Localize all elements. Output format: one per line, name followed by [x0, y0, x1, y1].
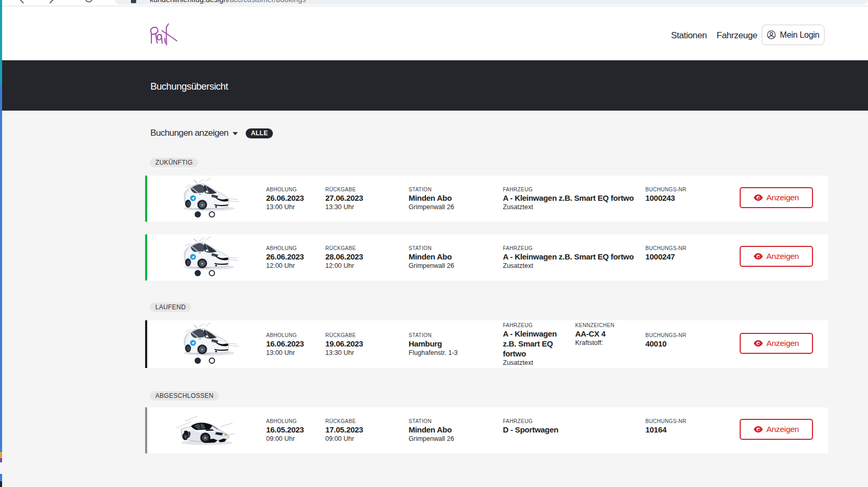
- eye-icon: [754, 340, 763, 347]
- stripe-segment: [0, 481, 2, 487]
- vehicle-cell: FAHRZEUG A - Kleinwagen z.B. Smart EQ fo…: [503, 322, 566, 367]
- nav-stationen[interactable]: Stationen: [671, 30, 707, 41]
- booking-section: ZUKÜNFTIG ABHOLUNG 26: [145, 139, 828, 280]
- vehicle-photo-sportscar: [168, 407, 242, 453]
- browser-back-icon[interactable]: [17, 0, 27, 5]
- vehicle-value: A - Kleinwagen z.B. Smart EQ fortwo: [503, 252, 645, 262]
- carousel-dot-active[interactable]: [195, 270, 201, 276]
- mein-login-button[interactable]: Mein Login: [762, 25, 825, 45]
- bookings-content: Buchungen anzeigen ALLE ZUKÜNFTIG: [145, 111, 828, 453]
- return-value: 17.05.2023: [325, 425, 404, 435]
- pickup-cell: ABHOLUNG 16.05.2023 09:00 Uhr: [266, 418, 324, 443]
- booking-number-value: 40010: [645, 338, 734, 348]
- logo-rent-scribble[interactable]: [148, 22, 178, 46]
- station-value: Hamburg: [409, 338, 498, 348]
- pickup-subtext: 09:00 Uhr: [266, 435, 324, 443]
- booking-number-label: BUCHUNGS-NR: [645, 418, 734, 425]
- return-subtext: 12:00 Uhr: [325, 262, 404, 270]
- nav-fahrzeuge[interactable]: Fahrzeuge: [717, 30, 757, 41]
- vehicle-cell: FAHRZEUG A - Kleinwagen z.B. Smart EQ fo…: [503, 245, 645, 270]
- station-label: STATION: [409, 245, 498, 252]
- station-cell: STATION Minden Abo Grimpenwall 26: [409, 418, 498, 443]
- pickup-value: 26.06.2023: [266, 193, 324, 203]
- return-subtext: 13:30 Uhr: [325, 349, 404, 356]
- pickup-subtext: 13:00 Uhr: [266, 349, 324, 356]
- return-value: 27.06.2023: [325, 193, 404, 203]
- booking-number-label: BUCHUNGS-NR: [645, 332, 734, 338]
- pickup-label: ABHOLUNG: [266, 332, 324, 338]
- filter-dropdown-label[interactable]: Buchungen anzeigen: [150, 128, 228, 138]
- vehicle-value: A - Kleinwagen z.B. Smart EQ fortwo: [503, 329, 566, 359]
- station-label: STATION: [409, 418, 498, 425]
- vehicle-label: FAHRZEUG: [503, 245, 645, 252]
- pickup-value: 16.05.2023: [266, 425, 324, 435]
- carousel-dot-inactive[interactable]: [209, 358, 215, 364]
- pickup-cell: ABHOLUNG 16.06.2023 13:00 Uhr: [266, 332, 324, 356]
- image-carousel-dots: [195, 270, 215, 276]
- station-cell: STATION Minden Abo Grimpenwall 26: [409, 245, 498, 270]
- anzeigen-button[interactable]: Anzeigen: [740, 187, 813, 208]
- booking-card: ABHOLUNG 26.06.2023 13:00 Uhr RÜCKGABE 2…: [145, 176, 828, 222]
- pickup-subtext: 13:00 Uhr: [266, 203, 324, 211]
- return-cell: RÜCKGABE 27.06.2023 13:30 Uhr: [325, 187, 404, 211]
- booking-number-cell: BUCHUNGS-NR 1000247: [645, 245, 734, 270]
- stripe-segment: [0, 452, 2, 458]
- booking-number-value: 1000247: [645, 252, 734, 262]
- vehicle-subtext: [503, 435, 645, 443]
- vehicle-image-cell[interactable]: [168, 234, 242, 280]
- return-cell: RÜCKGABE 19.06.2023 13:30 Uhr: [325, 332, 404, 356]
- anzeigen-label: Anzeigen: [766, 193, 799, 202]
- return-label: RÜCKGABE: [325, 332, 404, 338]
- station-value: Minden Abo: [409, 193, 498, 203]
- site-info-icon[interactable]: [131, 0, 136, 3]
- browser-reload-icon[interactable]: [84, 0, 94, 4]
- carousel-dot-active[interactable]: [195, 358, 201, 364]
- booking-number-label: BUCHUNGS-NR: [645, 245, 734, 252]
- pickup-label: ABHOLUNG: [266, 418, 324, 425]
- pickup-label: ABHOLUNG: [266, 187, 324, 193]
- booking-card: ABHOLUNG 16.05.2023 09:00 Uhr RÜCKGABE 1…: [145, 407, 828, 453]
- section-status-pill: ABGESCHLOSSEN: [150, 391, 219, 401]
- carousel-dot-active[interactable]: [195, 211, 201, 218]
- station-subtext: Flughafenstr. 1-3: [409, 349, 498, 356]
- booking-number-subtext: [645, 435, 734, 443]
- booking-sections: ZUKÜNFTIG ABHOLUNG 26: [145, 139, 828, 453]
- vehicle-label: FAHRZEUG: [503, 322, 566, 329]
- anzeigen-button[interactable]: Anzeigen: [740, 246, 813, 267]
- filter-value-badge[interactable]: ALLE: [246, 128, 273, 138]
- return-cell: RÜCKGABE 17.05.2023 09:00 Uhr: [325, 418, 404, 443]
- plate-cell: KENNZEICHEN AA-CX 4 Kraftstoff:: [575, 322, 641, 347]
- pickup-subtext: 12:00 Uhr: [266, 262, 324, 270]
- booking-card: ABHOLUNG 16.06.2023 13:00 Uhr RÜCKGABE 1…: [145, 320, 828, 368]
- page-title-bar: Buchungsübersicht: [0, 60, 868, 111]
- section-cards: ABHOLUNG 16.05.2023 09:00 Uhr RÜCKGABE 1…: [145, 407, 828, 453]
- station-subtext: Grimpenwall 26: [409, 435, 498, 443]
- screen-edge-stripe: [0, 0, 2, 487]
- browser-forward-icon[interactable]: [46, 0, 57, 5]
- vehicle-image-cell[interactable]: [168, 176, 242, 222]
- browser-url[interactable]: kundenlinienflug.design/acc/customer/boo…: [150, 0, 306, 4]
- pickup-label: ABHOLUNG: [266, 245, 324, 252]
- station-cell: STATION Hamburg Flughafenstr. 1-3: [409, 332, 498, 356]
- booking-card: ABHOLUNG 26.06.2023 12:00 Uhr RÜCKGABE 2…: [145, 234, 828, 280]
- anzeigen-button[interactable]: Anzeigen: [740, 333, 813, 354]
- carousel-dot-inactive[interactable]: [209, 270, 215, 276]
- anzeigen-button[interactable]: Anzeigen: [740, 419, 813, 440]
- vehicle-image-cell[interactable]: [168, 320, 242, 368]
- carousel-dot-inactive[interactable]: [209, 211, 215, 218]
- vehicle-image-cell[interactable]: [168, 407, 242, 453]
- vehicle-value: A - Kleinwagen z.B. Smart EQ fortwo: [503, 193, 645, 203]
- plate-subtext: Kraftstoff:: [575, 339, 641, 347]
- eye-icon: [754, 194, 763, 201]
- stripe-segment: [0, 0, 2, 83]
- return-cell: RÜCKGABE 28.06.2023 12:00 Uhr: [325, 245, 404, 270]
- chevron-down-icon[interactable]: [233, 132, 238, 135]
- browser-chrome: kundenlinienflug.design/acc/customer/boo…: [0, 0, 868, 6]
- return-subtext: 09:00 Uhr: [325, 435, 404, 443]
- vehicle-subtext: Zusatztext: [503, 262, 645, 270]
- station-value: Minden Abo: [409, 425, 498, 435]
- stripe-segment: [0, 458, 2, 462]
- pickup-value: 26.06.2023: [266, 252, 324, 262]
- vehicle-label: FAHRZEUG: [503, 418, 645, 425]
- booking-number-cell: BUCHUNGS-NR 40010: [645, 332, 734, 356]
